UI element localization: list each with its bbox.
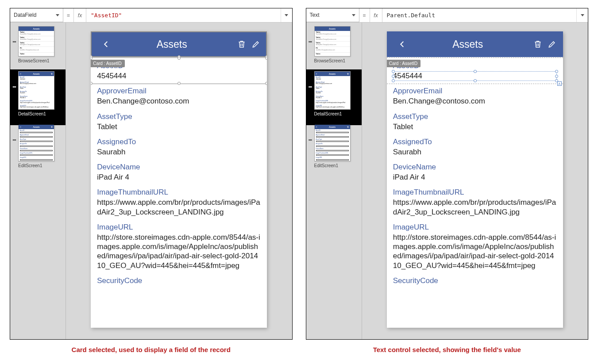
- data-card[interactable]: ImageThumbnailURL https://www.apple.com/…: [91, 184, 267, 218]
- thumb-edit-box: [316, 136, 349, 138]
- data-card[interactable]: SecurityCode: [91, 272, 267, 287]
- field-label: ImageThumbnailURL: [393, 188, 557, 197]
- back-icon[interactable]: [397, 39, 407, 49]
- app-title: Assets: [407, 38, 529, 50]
- field-value[interactable]: iPad Air 4: [393, 172, 557, 182]
- field-value[interactable]: Ben.Change@contoso.com: [393, 96, 557, 106]
- data-card[interactable]: DeviceName iPad Air 4: [387, 158, 563, 184]
- thumb-field-label: AssetID: [19, 129, 54, 131]
- thumb-header: Assets: [315, 27, 350, 31]
- data-card[interactable]: AssetType Tablet: [91, 108, 267, 133]
- field-value[interactable]: Saurabh: [97, 147, 261, 157]
- fx-icon[interactable]: fx: [370, 8, 382, 22]
- screen-thumb-edit[interactable]: AssetsAssetIDApproverEmailAssetTypeAssig…: [314, 124, 351, 161]
- thumb-field-label: ApproverEmail: [19, 134, 54, 136]
- thumb-edit-box: [316, 132, 349, 133]
- field-value[interactable]: https://www.apple.com/br/pr/products/ima…: [393, 198, 557, 217]
- thumb-list-item: PCJaneBen.Change@contoso.com: [19, 47, 54, 52]
- canvas-area[interactable]: Assets Card : AssetID A AssetID: [362, 23, 588, 339]
- thumb-menu-dots[interactable]: •••: [308, 84, 313, 89]
- screen-thumb-edit[interactable]: AssetsAssetIDApproverEmailAssetTypeAssig…: [18, 124, 54, 161]
- field-value[interactable]: Tablet: [393, 122, 557, 131]
- thumb-field-label: ImageURL: [19, 156, 54, 158]
- formula-expand-button[interactable]: [281, 8, 292, 22]
- chevron-down-icon: [56, 14, 59, 16]
- thumb-list-item: PCJaneBen.Change@contoso.com: [315, 47, 350, 52]
- app-header[interactable]: Assets: [387, 31, 563, 57]
- screen-thumb-browse[interactable]: AssetsTabletSaurabBen.Change@contoso.com…: [314, 26, 351, 57]
- label-adorner-icon[interactable]: A: [557, 81, 562, 86]
- field-label: DeviceName: [97, 163, 261, 172]
- thumb-edit-box: [316, 146, 349, 147]
- app-body: AssetID 4545444 ApproverEmail Ben.Change…: [387, 57, 563, 287]
- thumb-list-item: TabletSaurabBen.Change@contoso.com: [315, 36, 350, 42]
- thumb-field-label: ApproverEmail: [315, 134, 350, 136]
- screen-tree: ••• AssetsTabletSaurabBen.Change@contoso…: [10, 23, 66, 339]
- field-value[interactable]: iPad Air 4: [97, 172, 261, 182]
- data-card[interactable]: AssetType Tablet: [387, 108, 563, 133]
- field-label: ImageURL: [97, 223, 261, 232]
- thumb-menu-dots[interactable]: •••: [12, 39, 16, 44]
- thumb-edit-box: [316, 150, 349, 151]
- formula-expand-button[interactable]: [576, 8, 588, 22]
- screen-thumb-browse[interactable]: AssetsTabletSaurabBen.Change@contoso.com…: [18, 26, 54, 57]
- field-label: SecurityCode: [97, 276, 261, 285]
- screen-thumb-detail[interactable]: AssetsAssetID4545444ApproverEmailBen.Cha…: [314, 71, 351, 109]
- screen-label: BrowseScreen1: [18, 58, 54, 63]
- data-card[interactable]: AssignedTo Saurabh: [91, 133, 267, 158]
- field-label: SecurityCode: [393, 276, 557, 285]
- thumb-menu-dots[interactable]: •••: [12, 138, 16, 142]
- thumb-list-item: TabletSaurabBen.Change@contoso.com: [19, 31, 54, 36]
- selection-tooltip: Card : AssetID: [387, 60, 421, 67]
- property-selector[interactable]: DataField: [10, 8, 63, 22]
- field-value[interactable]: http://store.storeimages.cdn-apple.com/8…: [97, 233, 261, 270]
- field-value[interactable]: https://www.apple.com/br/pr/products/ima…: [97, 198, 261, 217]
- app-preview[interactable]: Assets Card : AssetID AssetID: [91, 31, 267, 328]
- property-selector-value: Text: [310, 12, 320, 18]
- formula-input[interactable]: "AssetID": [86, 8, 281, 22]
- field-value[interactable]: Tablet: [97, 122, 261, 131]
- thumb-field-label: AssetID: [315, 129, 350, 131]
- formula-input[interactable]: Parent.Default: [382, 8, 577, 22]
- equals-label: =: [63, 8, 74, 22]
- thumb-menu-dots[interactable]: •••: [308, 39, 313, 44]
- data-card[interactable]: SecurityCode: [387, 272, 563, 287]
- thumb-field-label: DeviceName: [315, 147, 350, 149]
- app-preview[interactable]: Assets Card : AssetID A AssetID: [387, 31, 563, 328]
- field-value[interactable]: http://store.storeimages.cdn-apple.com/8…: [393, 233, 557, 270]
- thumb-header: Assets: [19, 125, 54, 129]
- thumb-field-label: AssetType: [315, 138, 350, 140]
- screen-thumb-detail[interactable]: AssetsAssetID4545444ApproverEmailBen.Cha…: [18, 71, 54, 109]
- data-card[interactable]: ImageURL http://store.storeimages.cdn-ap…: [91, 218, 267, 272]
- panel-caption: Card selected, used to display a field o…: [10, 346, 293, 353]
- field-value[interactable]: Ben.Change@contoso.com: [97, 96, 261, 106]
- text-selection-outline[interactable]: A: [393, 71, 557, 81]
- data-card[interactable]: AssignedTo Saurabh: [387, 133, 563, 158]
- canvas-area[interactable]: Assets Card : AssetID AssetID: [66, 23, 292, 339]
- field-value[interactable]: Saurabh: [393, 147, 557, 157]
- property-selector[interactable]: Text: [306, 8, 359, 22]
- app-body: AssetID 4545444 ApproverEmail Ben.Change…: [91, 57, 267, 287]
- data-card[interactable]: DeviceName iPad Air 4: [91, 158, 267, 184]
- thumb-menu-dots[interactable]: •••: [12, 84, 16, 89]
- equals-label: =: [359, 8, 370, 22]
- edit-icon[interactable]: [547, 39, 557, 49]
- thumb-header: Assets: [19, 27, 54, 31]
- formula-bar: Text = fx Parent.Default: [306, 8, 588, 23]
- data-card[interactable]: ImageThumbnailURL https://www.apple.com/…: [387, 184, 563, 218]
- screen-label: BrowseScreen1: [314, 58, 351, 63]
- data-card[interactable]: ApproverEmail Ben.Change@contoso.com: [387, 82, 563, 107]
- data-card[interactable]: ApproverEmail Ben.Change@contoso.com: [91, 82, 267, 107]
- chevron-down-icon: [352, 14, 355, 16]
- fx-icon[interactable]: fx: [74, 8, 86, 22]
- data-card[interactable]: ImageURL http://store.storeimages.cdn-ap…: [387, 218, 563, 272]
- thumb-menu-dots[interactable]: •••: [308, 138, 313, 142]
- thumb-list-item: TabletSaurabBen.Change@contoso.com: [19, 36, 54, 42]
- thumb-field-label: AssignedTo: [19, 142, 54, 145]
- panel-caption: Text control selected, showing the field…: [306, 346, 589, 353]
- thumb-field-label: AssignedTo: [315, 142, 350, 145]
- thumb-list-item: Tablet: [19, 53, 54, 57]
- field-label: ApproverEmail: [393, 87, 557, 96]
- trash-icon[interactable]: [533, 39, 543, 49]
- thumb-field-label: ImageURL: [315, 156, 350, 158]
